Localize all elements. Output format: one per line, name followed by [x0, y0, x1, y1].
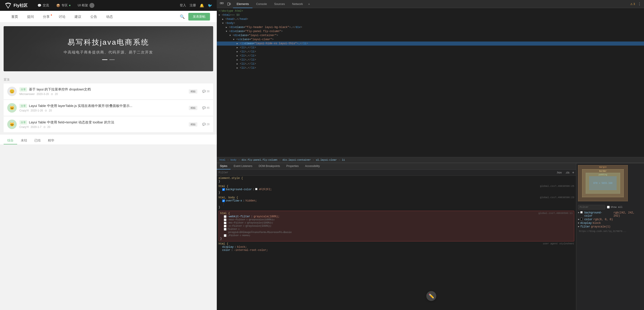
float-edit-button[interactable]: ✏️: [426, 291, 436, 301]
nav-share[interactable]: 分享: [38, 11, 54, 22]
tab-closed[interactable]: 已结: [31, 137, 44, 144]
tree-html[interactable]: ▼ <html> == $0: [217, 13, 644, 17]
logo-text: Fly社区: [14, 3, 28, 8]
tab-open[interactable]: 未结: [17, 137, 31, 144]
show-all-checkbox[interactable]: [607, 206, 610, 209]
logo[interactable]: Fly社区: [4, 2, 28, 9]
prop-filter-none-checkbox[interactable]: [224, 234, 226, 237]
banner-dot-2[interactable]: [109, 59, 115, 60]
prop-moz-filter: -moz-filter : grayscale(100%);: [220, 218, 573, 221]
breadcrumb-body[interactable]: body: [230, 158, 237, 162]
computed-filter-name[interactable]: filter: [580, 225, 590, 228]
add-style-rule-button[interactable]: +: [572, 171, 574, 175]
top-nav: Fly社区 💬 交流 📦 专区 UI 框架 登入 注册 🔔 🐦: [0, 0, 217, 11]
breadcrumb-fly-panel[interactable]: div.fly-panel.fly-column: [241, 158, 278, 162]
prop-filter-checkbox[interactable]: [224, 228, 226, 231]
tree-body[interactable]: ▼ <body>: [217, 21, 644, 25]
tree-head[interactable]: ▶ <head> … </head>: [217, 17, 644, 21]
tab-console[interactable]: Console: [252, 0, 270, 8]
tree-li-3[interactable]: ▶ <li> … </li>: [217, 50, 644, 54]
styles-tab-dom-breakpoints[interactable]: DOM Breakpoints: [256, 163, 283, 169]
computed-color-value: rgb(0, 0, 0): [594, 218, 613, 221]
nav-home[interactable]: 首页: [7, 11, 22, 22]
hov-button[interactable]: :hov: [556, 171, 563, 175]
ui-label: UI 框架: [78, 3, 88, 7]
post-author-1[interactable]: Microanswer: [20, 92, 35, 96]
prop-bg-checkbox[interactable]: [222, 188, 225, 191]
post-button[interactable]: 发表新帖: [188, 13, 210, 20]
tab-sources[interactable]: Sources: [270, 0, 288, 8]
devtools-menu-button[interactable]: ⋮: [637, 2, 642, 6]
prop-o-checkbox[interactable]: [224, 225, 226, 227]
expand-filter[interactable]: ▶: [578, 225, 580, 228]
banner-dot-1[interactable]: [102, 59, 108, 60]
post-author-2[interactable]: CrazyYi: [20, 109, 29, 112]
prop-overflow-checkbox[interactable]: [222, 199, 225, 202]
tree-li-4[interactable]: ▶ <li> … </li>: [217, 54, 644, 58]
computed-color-name[interactable]: color: [584, 218, 592, 221]
prop-webkit-filter: -webkit-filter : grayscale(100%);: [220, 215, 573, 218]
tree-li-7[interactable]: ▶ <li> … </li>: [217, 66, 644, 70]
register-link[interactable]: 注册: [190, 3, 196, 7]
expand-display[interactable]: ▶: [578, 222, 580, 224]
breadcrumb-layui-container[interactable]: div.layui-container: [282, 158, 312, 162]
computed-bg-color-name[interactable]: background-color: [584, 211, 610, 218]
source-html-bg[interactable]: global.css?…49036596:25: [540, 185, 574, 188]
post-title-2[interactable]: Layui Table 中使用 layerTable.js 实现在表格中展开/折…: [29, 104, 132, 108]
inspect-element-button[interactable]: [218, 1, 225, 7]
more-tabs-button[interactable]: »: [306, 2, 312, 6]
nav-suggest[interactable]: 建议: [70, 11, 86, 22]
styles-tab-styles[interactable]: Styles: [217, 163, 230, 169]
tree-fly-header[interactable]: ▶ <div class="fly-header layui-bg-black"…: [217, 25, 644, 29]
tree-layui-container[interactable]: ▼ <div class="layui-container" >: [217, 33, 644, 37]
post-title-3[interactable]: Layui Table 中使用 field+templet 动态改变 toolb…: [29, 120, 114, 125]
nav-dynamic[interactable]: 动态: [102, 11, 118, 22]
tree-li-5[interactable]: ▶ <li> … </li>: [217, 58, 644, 62]
search-button[interactable]: 🔍: [180, 14, 185, 19]
tree-fly-panel[interactable]: ▼ <div class="fly-panel fly-column" >: [217, 29, 644, 33]
tab-elements[interactable]: Elements: [233, 0, 252, 8]
tree-li-6[interactable]: ▶ <li> … </li>: [217, 62, 644, 66]
zone-dot: [69, 5, 70, 6]
computed-display-name[interactable]: display: [580, 222, 592, 225]
post-author-3[interactable]: CrazyYi: [20, 125, 29, 129]
login-link[interactable]: 登入: [180, 3, 186, 7]
computed-filter-input[interactable]: [578, 205, 605, 209]
tree-li-layui-this[interactable]: ▶ <li class="layui-hide-xs layui-this" >…: [217, 41, 644, 45]
nav-discuss[interactable]: 讨论: [54, 11, 70, 22]
device-toolbar-button[interactable]: [226, 1, 232, 7]
bell-icon[interactable]: 🔔: [200, 3, 204, 8]
prop-webkit-checkbox[interactable]: [224, 215, 226, 218]
breadcrumb-li[interactable]: li: [341, 158, 346, 162]
tree-ul-layui-clear[interactable]: ▼ <ul class="layui-clear" >: [217, 37, 644, 41]
tab-network[interactable]: Network: [288, 0, 307, 8]
breadcrumb-html[interactable]: html: [218, 158, 226, 162]
tree-li-2[interactable]: ▶ <li> … </li>: [217, 45, 644, 50]
post-meta-2: CrazyYi 2020-1-26 ⊙ 20: [20, 109, 186, 112]
styles-tab-properties[interactable]: Properties: [283, 163, 302, 169]
styles-tab-event-listeners[interactable]: Event Listeners: [230, 163, 256, 169]
nav-item-exchange[interactable]: 💬 交流: [34, 2, 52, 9]
warning-badge[interactable]: ⚠ 3: [629, 2, 636, 6]
nav-item-zone[interactable]: 📦 专区: [53, 2, 74, 9]
source-html-grayscale[interactable]: global.css?…49036596:11: [538, 212, 573, 215]
prop-moz-checkbox[interactable]: [224, 218, 226, 221]
tree-doctype[interactable]: <!doctype html>: [217, 9, 644, 13]
cls-button[interactable]: .cls: [564, 171, 570, 175]
post-title-1[interactable]: 基于 layui 的下拉菜单控件 dropdown文档: [29, 87, 91, 92]
tab-featured[interactable]: 精华: [44, 137, 58, 144]
nav-announce[interactable]: 公告: [86, 11, 102, 22]
weibo-icon[interactable]: 🐦: [208, 3, 212, 8]
styles-tab-accessibility[interactable]: Accessibility: [302, 163, 323, 169]
expand-bg-color[interactable]: ▶: [578, 211, 580, 214]
box-content-size: 870 × 5655.160: [594, 182, 612, 184]
tab-composite[interactable]: 综合: [4, 137, 17, 144]
expand-color[interactable]: ▶: [578, 218, 580, 221]
prop-ms-checkbox[interactable]: [224, 222, 226, 224]
post-badge-3: 精贴: [189, 122, 197, 127]
nav-question[interactable]: 提问: [22, 11, 38, 22]
breadcrumb-ul-layui-clear[interactable]: ul.layui-clear: [315, 158, 338, 162]
styles-filter-input[interactable]: [218, 171, 554, 174]
nav-item-ui[interactable]: UI 框架: [74, 1, 98, 9]
source-html-body[interactable]: global.css?…49036596:23: [540, 196, 574, 199]
